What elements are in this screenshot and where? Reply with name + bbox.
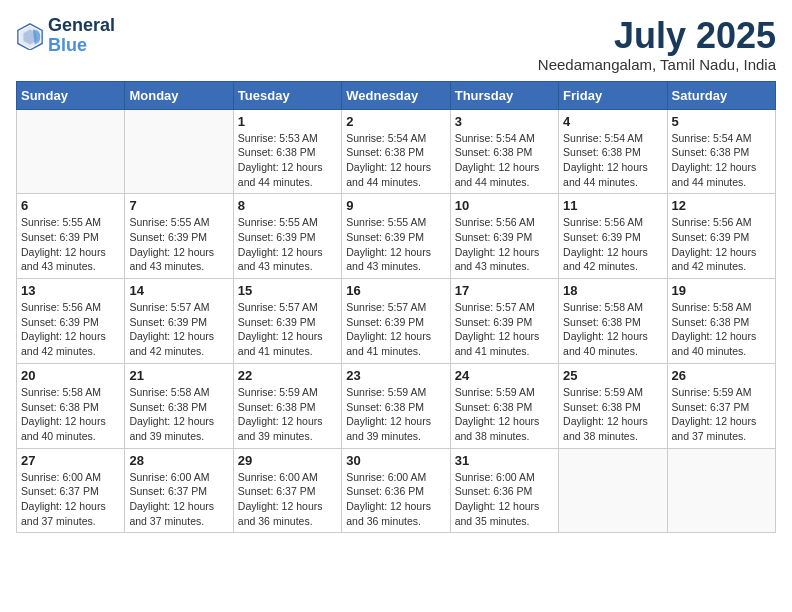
day-info: Sunrise: 5:58 AM Sunset: 6:38 PM Dayligh… (672, 300, 771, 359)
day-info: Sunrise: 5:53 AM Sunset: 6:38 PM Dayligh… (238, 131, 337, 190)
day-info: Sunrise: 5:58 AM Sunset: 6:38 PM Dayligh… (129, 385, 228, 444)
calendar-day-10: 10Sunrise: 5:56 AM Sunset: 6:39 PM Dayli… (450, 194, 558, 279)
weekday-header-row: SundayMondayTuesdayWednesdayThursdayFrid… (17, 81, 776, 109)
calendar-day-14: 14Sunrise: 5:57 AM Sunset: 6:39 PM Dayli… (125, 279, 233, 364)
calendar-day-16: 16Sunrise: 5:57 AM Sunset: 6:39 PM Dayli… (342, 279, 450, 364)
day-number: 6 (21, 198, 120, 213)
day-info: Sunrise: 5:56 AM Sunset: 6:39 PM Dayligh… (455, 215, 554, 274)
day-number: 3 (455, 114, 554, 129)
day-number: 17 (455, 283, 554, 298)
calendar-day-15: 15Sunrise: 5:57 AM Sunset: 6:39 PM Dayli… (233, 279, 341, 364)
calendar-day-9: 9Sunrise: 5:55 AM Sunset: 6:39 PM Daylig… (342, 194, 450, 279)
day-number: 30 (346, 453, 445, 468)
day-number: 15 (238, 283, 337, 298)
day-number: 19 (672, 283, 771, 298)
calendar-day-22: 22Sunrise: 5:59 AM Sunset: 6:38 PM Dayli… (233, 363, 341, 448)
calendar-week-row: 1Sunrise: 5:53 AM Sunset: 6:38 PM Daylig… (17, 109, 776, 194)
weekday-header-monday: Monday (125, 81, 233, 109)
calendar-week-row: 13Sunrise: 5:56 AM Sunset: 6:39 PM Dayli… (17, 279, 776, 364)
calendar-day-13: 13Sunrise: 5:56 AM Sunset: 6:39 PM Dayli… (17, 279, 125, 364)
logo-text: General Blue (48, 16, 115, 56)
calendar-day-7: 7Sunrise: 5:55 AM Sunset: 6:39 PM Daylig… (125, 194, 233, 279)
calendar-day-29: 29Sunrise: 6:00 AM Sunset: 6:37 PM Dayli… (233, 448, 341, 533)
calendar-day-26: 26Sunrise: 5:59 AM Sunset: 6:37 PM Dayli… (667, 363, 775, 448)
day-number: 2 (346, 114, 445, 129)
day-number: 4 (563, 114, 662, 129)
calendar-week-row: 6Sunrise: 5:55 AM Sunset: 6:39 PM Daylig… (17, 194, 776, 279)
day-info: Sunrise: 5:55 AM Sunset: 6:39 PM Dayligh… (21, 215, 120, 274)
calendar-day-empty (559, 448, 667, 533)
day-info: Sunrise: 5:54 AM Sunset: 6:38 PM Dayligh… (455, 131, 554, 190)
page-header: General Blue July 2025 Needamangalam, Ta… (16, 16, 776, 73)
calendar-day-6: 6Sunrise: 5:55 AM Sunset: 6:39 PM Daylig… (17, 194, 125, 279)
day-number: 14 (129, 283, 228, 298)
day-info: Sunrise: 5:58 AM Sunset: 6:38 PM Dayligh… (563, 300, 662, 359)
day-info: Sunrise: 6:00 AM Sunset: 6:37 PM Dayligh… (21, 470, 120, 529)
location: Needamangalam, Tamil Nadu, India (538, 56, 776, 73)
calendar-day-21: 21Sunrise: 5:58 AM Sunset: 6:38 PM Dayli… (125, 363, 233, 448)
day-info: Sunrise: 5:57 AM Sunset: 6:39 PM Dayligh… (238, 300, 337, 359)
weekday-header-sunday: Sunday (17, 81, 125, 109)
day-number: 25 (563, 368, 662, 383)
day-info: Sunrise: 5:54 AM Sunset: 6:38 PM Dayligh… (672, 131, 771, 190)
day-info: Sunrise: 6:00 AM Sunset: 6:37 PM Dayligh… (129, 470, 228, 529)
day-number: 27 (21, 453, 120, 468)
day-info: Sunrise: 5:56 AM Sunset: 6:39 PM Dayligh… (563, 215, 662, 274)
day-info: Sunrise: 5:59 AM Sunset: 6:38 PM Dayligh… (563, 385, 662, 444)
day-number: 13 (21, 283, 120, 298)
day-info: Sunrise: 5:57 AM Sunset: 6:39 PM Dayligh… (455, 300, 554, 359)
weekday-header-wednesday: Wednesday (342, 81, 450, 109)
day-info: Sunrise: 5:59 AM Sunset: 6:37 PM Dayligh… (672, 385, 771, 444)
day-number: 22 (238, 368, 337, 383)
calendar-day-31: 31Sunrise: 6:00 AM Sunset: 6:36 PM Dayli… (450, 448, 558, 533)
weekday-header-friday: Friday (559, 81, 667, 109)
weekday-header-thursday: Thursday (450, 81, 558, 109)
day-number: 10 (455, 198, 554, 213)
calendar-day-20: 20Sunrise: 5:58 AM Sunset: 6:38 PM Dayli… (17, 363, 125, 448)
calendar-day-18: 18Sunrise: 5:58 AM Sunset: 6:38 PM Dayli… (559, 279, 667, 364)
day-number: 31 (455, 453, 554, 468)
day-number: 5 (672, 114, 771, 129)
day-info: Sunrise: 5:59 AM Sunset: 6:38 PM Dayligh… (346, 385, 445, 444)
calendar-day-23: 23Sunrise: 5:59 AM Sunset: 6:38 PM Dayli… (342, 363, 450, 448)
day-info: Sunrise: 5:59 AM Sunset: 6:38 PM Dayligh… (238, 385, 337, 444)
calendar-day-19: 19Sunrise: 5:58 AM Sunset: 6:38 PM Dayli… (667, 279, 775, 364)
day-number: 12 (672, 198, 771, 213)
day-info: Sunrise: 5:57 AM Sunset: 6:39 PM Dayligh… (129, 300, 228, 359)
logo-icon (16, 22, 44, 50)
day-number: 21 (129, 368, 228, 383)
calendar-day-4: 4Sunrise: 5:54 AM Sunset: 6:38 PM Daylig… (559, 109, 667, 194)
day-number: 28 (129, 453, 228, 468)
day-info: Sunrise: 6:00 AM Sunset: 6:36 PM Dayligh… (455, 470, 554, 529)
calendar-day-1: 1Sunrise: 5:53 AM Sunset: 6:38 PM Daylig… (233, 109, 341, 194)
weekday-header-saturday: Saturday (667, 81, 775, 109)
month-year: July 2025 (538, 16, 776, 56)
day-info: Sunrise: 6:00 AM Sunset: 6:37 PM Dayligh… (238, 470, 337, 529)
day-number: 9 (346, 198, 445, 213)
calendar-day-28: 28Sunrise: 6:00 AM Sunset: 6:37 PM Dayli… (125, 448, 233, 533)
day-number: 18 (563, 283, 662, 298)
logo: General Blue (16, 16, 115, 56)
day-info: Sunrise: 5:55 AM Sunset: 6:39 PM Dayligh… (238, 215, 337, 274)
day-number: 1 (238, 114, 337, 129)
day-number: 23 (346, 368, 445, 383)
title-block: July 2025 Needamangalam, Tamil Nadu, Ind… (538, 16, 776, 73)
calendar-week-row: 20Sunrise: 5:58 AM Sunset: 6:38 PM Dayli… (17, 363, 776, 448)
calendar-day-11: 11Sunrise: 5:56 AM Sunset: 6:39 PM Dayli… (559, 194, 667, 279)
calendar-table: SundayMondayTuesdayWednesdayThursdayFrid… (16, 81, 776, 534)
calendar-day-8: 8Sunrise: 5:55 AM Sunset: 6:39 PM Daylig… (233, 194, 341, 279)
calendar-week-row: 27Sunrise: 6:00 AM Sunset: 6:37 PM Dayli… (17, 448, 776, 533)
day-info: Sunrise: 5:54 AM Sunset: 6:38 PM Dayligh… (563, 131, 662, 190)
day-info: Sunrise: 5:54 AM Sunset: 6:38 PM Dayligh… (346, 131, 445, 190)
calendar-day-2: 2Sunrise: 5:54 AM Sunset: 6:38 PM Daylig… (342, 109, 450, 194)
day-number: 20 (21, 368, 120, 383)
day-number: 16 (346, 283, 445, 298)
day-info: Sunrise: 5:56 AM Sunset: 6:39 PM Dayligh… (672, 215, 771, 274)
day-number: 7 (129, 198, 228, 213)
day-number: 8 (238, 198, 337, 213)
calendar-day-17: 17Sunrise: 5:57 AM Sunset: 6:39 PM Dayli… (450, 279, 558, 364)
calendar-day-25: 25Sunrise: 5:59 AM Sunset: 6:38 PM Dayli… (559, 363, 667, 448)
calendar-day-empty (125, 109, 233, 194)
calendar-day-3: 3Sunrise: 5:54 AM Sunset: 6:38 PM Daylig… (450, 109, 558, 194)
calendar-day-12: 12Sunrise: 5:56 AM Sunset: 6:39 PM Dayli… (667, 194, 775, 279)
